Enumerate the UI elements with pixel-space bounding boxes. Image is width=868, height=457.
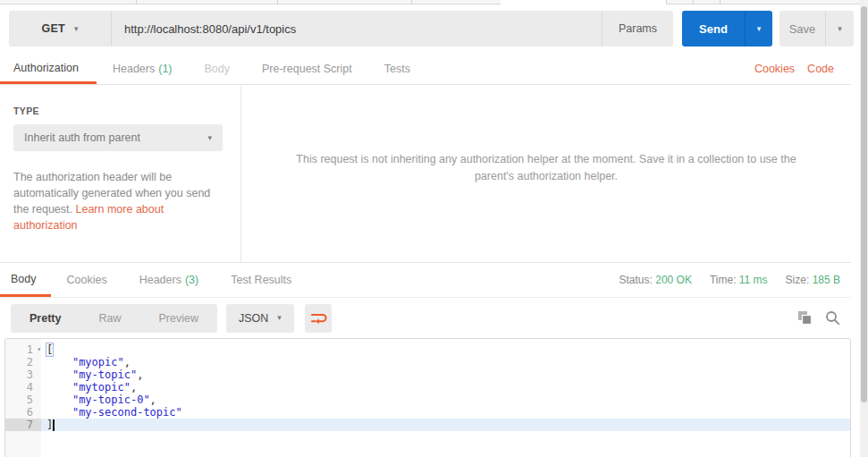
- tab-tests[interactable]: Tests: [368, 54, 426, 84]
- request-links: Cookies Code: [754, 54, 851, 84]
- view-preview-button[interactable]: Preview: [139, 304, 216, 333]
- save-button[interactable]: Save: [780, 11, 825, 47]
- url-input[interactable]: [124, 22, 589, 36]
- json-string: "my-second-topic": [72, 406, 182, 419]
- open-bracket: [: [46, 343, 54, 357]
- status-badge: Status: 200 OK: [619, 274, 692, 286]
- json-string: "my-topic-0": [72, 394, 150, 406]
- tab-divider: [720, 0, 721, 4]
- response-body-editor[interactable]: 1 ▾ [ 2 "myopic", 3 "my-topic", 4 "mytop…: [4, 338, 851, 457]
- chevron-down-icon: ▾: [838, 25, 842, 33]
- auth-type-value: Inherit auth from parent: [24, 131, 140, 144]
- app-tab-strip[interactable]: [0, 0, 861, 4]
- tab-divider: [277, 0, 278, 4]
- chevron-down-icon: ▾: [207, 134, 212, 142]
- code-line-active: 7 ]: [5, 419, 850, 431]
- size-label: Size:: [786, 274, 810, 286]
- view-raw-button[interactable]: Raw: [80, 304, 139, 333]
- json-string: "mytopic": [72, 381, 131, 394]
- save-options-button[interactable]: ▾: [825, 11, 854, 47]
- json-string: "my-topic": [72, 368, 137, 381]
- chevron-down-icon: ▾: [74, 25, 79, 33]
- type-label: TYPE: [13, 106, 227, 116]
- active-app-tab[interactable]: [501, 0, 666, 5]
- line-number[interactable]: 2: [5, 356, 41, 368]
- response-toolbar: Pretty Raw Preview JSON ▾: [0, 298, 851, 338]
- wrap-text-icon: [309, 310, 327, 326]
- chevron-down-icon: ▾: [277, 314, 282, 322]
- text-cursor: [53, 419, 55, 431]
- tab-headers[interactable]: Headers (1): [97, 54, 189, 84]
- authorization-panel: TYPE Inherit auth from parent ▾ The auth…: [0, 86, 851, 263]
- copy-icon: [797, 310, 813, 326]
- send-button[interactable]: Send: [682, 11, 745, 47]
- code-line: 4 "mytopic",: [5, 381, 850, 394]
- request-tab-bar: Authorization Headers (1) Body Pre-reque…: [0, 54, 851, 85]
- tab-divider: [666, 0, 667, 4]
- tab-headers-label: Headers: [113, 63, 155, 75]
- code-line: 2 "myopic",: [5, 356, 850, 368]
- code-link[interactable]: Code: [807, 63, 834, 75]
- url-field-wrap: [112, 11, 602, 47]
- url-group: GET ▾ Params: [9, 11, 673, 47]
- tab-response-headers[interactable]: Headers (3): [123, 263, 215, 297]
- line-number[interactable]: 3: [5, 368, 41, 381]
- save-split-button: Save ▾: [780, 11, 854, 47]
- format-value: JSON: [239, 312, 268, 325]
- params-button[interactable]: Params: [602, 11, 673, 47]
- tab-divider: [136, 0, 137, 4]
- time-value: 11 ms: [739, 274, 768, 286]
- auth-notice-area: This request is not inheriting any autho…: [241, 86, 851, 262]
- close-bracket: ]: [46, 419, 53, 431]
- wrap-text-button[interactable]: [305, 304, 332, 333]
- auth-type-column: TYPE Inherit auth from parent ▾ The auth…: [0, 86, 241, 262]
- size-value: 185 B: [813, 274, 840, 286]
- send-options-button[interactable]: ▾: [745, 11, 772, 47]
- cookies-link[interactable]: Cookies: [754, 63, 795, 75]
- time-label: Time:: [710, 274, 737, 286]
- time-badge: Time: 11 ms: [710, 274, 768, 286]
- tab-authorization[interactable]: Authorization: [0, 54, 97, 84]
- send-split-button: Send ▾: [682, 11, 772, 47]
- scrollbar-thumb[interactable]: [861, 6, 867, 402]
- tab-response-headers-label: Headers: [139, 274, 181, 286]
- auth-notice-text: This request is not inheriting any autho…: [278, 151, 814, 185]
- request-bar: GET ▾ Params Send ▾ Save ▾: [9, 11, 854, 47]
- tab-response-body[interactable]: Body: [0, 263, 51, 297]
- code-line: 3 "my-topic",: [5, 368, 850, 381]
- line-number[interactable]: 7: [5, 419, 41, 431]
- tab-divider: [693, 0, 694, 4]
- method-label: GET: [41, 22, 65, 35]
- copy-response-button[interactable]: [797, 310, 813, 326]
- tab-body[interactable]: Body: [189, 54, 247, 84]
- scrollbar[interactable]: [860, 0, 868, 457]
- fold-caret-icon[interactable]: ▾: [37, 343, 41, 356]
- code-line: 5 "my-topic-0",: [5, 394, 850, 406]
- view-pretty-button[interactable]: Pretty: [11, 304, 80, 333]
- json-string: "myopic": [72, 356, 124, 368]
- search-response-button[interactable]: [825, 310, 840, 326]
- response-headers-count-badge: (3): [185, 274, 198, 286]
- format-select[interactable]: JSON ▾: [226, 304, 294, 333]
- line-number[interactable]: 5: [5, 394, 41, 406]
- line-number[interactable]: 1 ▾: [5, 343, 41, 356]
- method-select[interactable]: GET ▾: [9, 11, 112, 47]
- response-meta: Status: 200 OK Time: 11 ms Size: 185 B: [619, 263, 852, 297]
- size-badge: Size: 185 B: [786, 274, 840, 286]
- tab-test-results[interactable]: Test Results: [215, 263, 308, 297]
- line-number[interactable]: 4: [5, 381, 41, 394]
- auth-help-text: The authorization header will be automat…: [13, 169, 226, 233]
- response-tab-bar: Body Cookies Headers (3) Test Results St…: [0, 263, 851, 298]
- tab-divider: [411, 0, 412, 4]
- status-value: 200 OK: [655, 274, 692, 286]
- tab-response-cookies[interactable]: Cookies: [51, 263, 123, 297]
- view-mode-group: Pretty Raw Preview: [11, 304, 217, 333]
- code-line: 6 "my-second-topic": [5, 406, 850, 419]
- line-number[interactable]: 6: [5, 406, 41, 419]
- search-icon: [825, 310, 840, 326]
- code-line: 1 ▾ [: [5, 343, 850, 356]
- tab-prerequest-script[interactable]: Pre-request Script: [246, 54, 368, 84]
- chevron-down-icon: ▾: [757, 25, 762, 33]
- headers-count-badge: (1): [158, 63, 172, 75]
- auth-type-select[interactable]: Inherit auth from parent ▾: [13, 124, 223, 151]
